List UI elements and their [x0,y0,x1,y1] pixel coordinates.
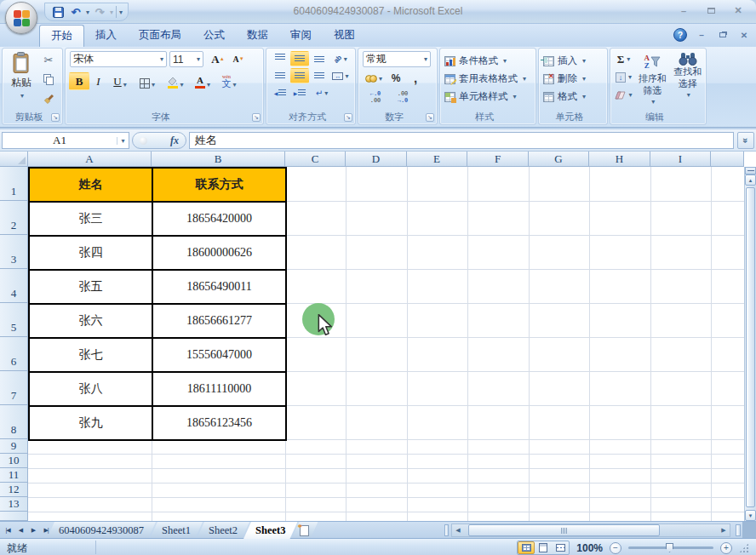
table-cell[interactable]: 18656490011 [153,271,287,305]
row-header[interactable]: 5 [0,303,28,337]
column-header-g[interactable]: G [529,152,589,167]
sheet-tab[interactable]: 6040609424930087 [47,522,156,539]
row-header[interactable]: 2 [0,201,28,235]
select-all-corner[interactable] [0,152,28,167]
insert-cells-button[interactable]: 插入 ▾ [543,52,604,70]
row-header[interactable]: 8 [0,405,28,439]
column-header-c[interactable]: C [285,152,346,167]
alignment-dialog-launcher[interactable]: ↘ [344,113,352,122]
workbook-restore-icon[interactable] [716,30,730,41]
format-painter-icon[interactable] [38,90,59,108]
decrease-indent-button[interactable]: ◀ [271,85,289,100]
font-dialog-launcher[interactable]: ↘ [252,113,261,122]
column-header-e[interactable]: E [407,152,467,167]
row-header[interactable]: 10 [0,454,28,468]
table-header-cell[interactable]: 联系方式 [153,169,287,203]
cut-icon[interactable]: ✂ [38,51,59,69]
grow-font-button[interactable]: A▲ [206,51,225,67]
align-center-button[interactable] [290,68,309,83]
undo-dropdown-icon[interactable]: ▾ [86,9,89,16]
save-icon[interactable] [50,4,66,20]
scroll-up-icon[interactable]: ▲ [745,175,756,186]
conditional-formatting-button[interactable]: 条件格式 ▾ [444,52,533,70]
align-top-button[interactable] [271,51,289,66]
table-cell[interactable]: 张五 [30,271,153,305]
orientation-button[interactable]: ab▾ [329,51,352,66]
column-header-h[interactable]: H [589,152,650,167]
column-header-a[interactable]: A [28,152,152,167]
accounting-format-button[interactable]: ▾ [363,71,385,86]
next-sheet-icon[interactable]: ▶ [27,524,39,537]
merge-center-button[interactable]: ↔▾ [329,68,352,83]
normal-view-button[interactable] [518,541,535,554]
tab-formulas[interactable]: 公式 [192,24,236,47]
vertical-scrollbar[interactable]: ▲ ▼ [744,167,756,521]
maximize-icon[interactable] [700,4,722,17]
table-cell[interactable]: 18600000626 [153,237,287,271]
undo-icon[interactable]: ↶ [68,4,83,20]
close-icon[interactable]: ✕ [727,4,749,17]
shrink-font-button[interactable]: A▼ [227,51,244,67]
page-break-view-button[interactable] [552,541,569,554]
resize-grip[interactable] [739,543,749,553]
font-color-button[interactable]: A▾ [190,72,215,90]
tab-view[interactable]: 视图 [323,24,366,47]
table-cell[interactable]: 18656123456 [153,407,287,441]
number-format-select[interactable]: 常规 ▾ [363,51,431,67]
horizontal-scrollbar[interactable]: ◀ ▶ [451,524,730,537]
redo-icon[interactable]: ↷ [92,4,107,20]
tab-review[interactable]: 审阅 [279,24,323,47]
borders-button[interactable]: ▾ [134,72,161,90]
row-header[interactable]: 13 [0,497,28,512]
zoom-out-icon[interactable]: − [610,542,621,554]
format-cells-button[interactable]: 格式 ▾ [543,88,604,106]
row-header[interactable]: 3 [0,235,28,269]
help-icon[interactable]: ? [673,28,687,42]
vertical-scroll-thumb[interactable] [746,187,755,507]
workbook-close-icon[interactable]: ✕ [737,30,751,41]
number-dialog-launcher[interactable]: ↘ [426,113,434,122]
column-header-d[interactable]: D [346,152,407,167]
data-table[interactable]: 姓名 联系方式 张三18656420000 张四18600000626 张五18… [28,167,287,441]
align-middle-button[interactable] [290,51,309,66]
column-header-partial[interactable] [711,152,744,167]
table-cell[interactable]: 15556047000 [153,339,287,373]
clipboard-dialog-launcher[interactable]: ↘ [51,113,60,122]
tab-insert[interactable]: 插入 [84,24,128,47]
horizontal-scroll-thumb[interactable] [468,524,660,536]
table-header-cell[interactable]: 姓名 [30,169,153,203]
formula-bar-expand-button[interactable]: » [737,132,754,149]
name-box[interactable]: A1 ▾ [2,132,129,149]
column-header-f[interactable]: F [467,152,529,167]
office-button[interactable] [5,2,37,34]
row-header[interactable]: 4 [0,269,28,303]
autosum-button[interactable]: Σ▾ [614,51,633,67]
zoom-level[interactable]: 100% [576,542,603,554]
cell-styles-button[interactable]: 单元格样式 ▾ [444,88,533,106]
scroll-left-icon[interactable]: ◀ [452,524,464,536]
phonetic-button[interactable]: wén文▾ [216,72,242,90]
paste-button[interactable]: 粘贴 ▾ [6,51,37,109]
scroll-right-icon[interactable]: ▶ [718,524,730,536]
column-header-i[interactable]: I [650,152,711,167]
horizontal-split-handle[interactable] [736,524,741,536]
redo-dropdown-icon[interactable]: ▾ [110,9,113,16]
table-cell[interactable]: 张三 [30,203,153,237]
page-layout-view-button[interactable] [535,541,552,554]
fill-button[interactable]: ↓▾ [614,69,633,85]
tab-data[interactable]: 数据 [236,24,279,47]
prev-sheet-icon[interactable]: ◀ [14,524,26,537]
table-cell[interactable]: 张九 [30,407,153,441]
customize-qat-icon[interactable]: ▾ [119,9,123,16]
zoom-in-icon[interactable]: + [720,542,732,554]
formula-input[interactable]: 姓名 [189,132,734,149]
underline-button[interactable]: U▾ [107,72,133,90]
row-header[interactable] [0,512,28,521]
scroll-down-icon[interactable]: ▼ [745,510,756,521]
increase-indent-button[interactable]: ▶ [290,85,309,100]
minimize-icon[interactable]: – [673,4,695,17]
align-left-button[interactable] [271,68,289,83]
sheet-tab[interactable]: Sheet2 [197,522,249,539]
workbook-minimize-icon[interactable]: – [695,30,708,41]
increase-decimal-button[interactable]: ←.0.00 [363,89,388,105]
